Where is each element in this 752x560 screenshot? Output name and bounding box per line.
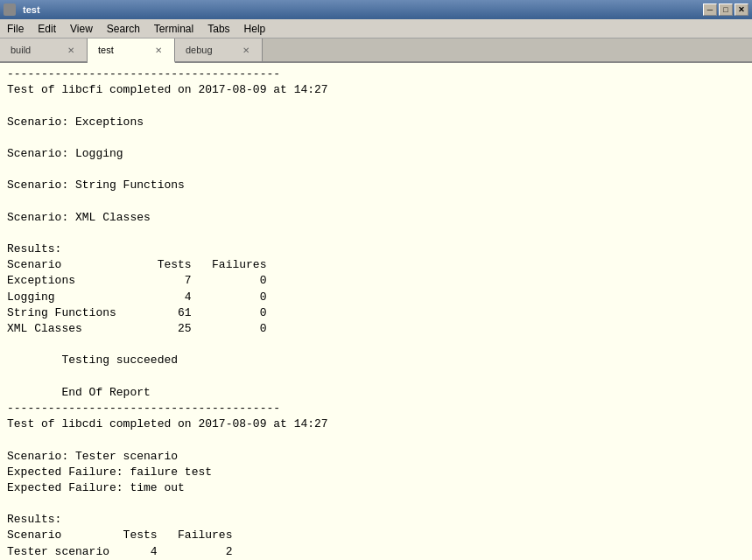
- minimize-button[interactable]: ─: [703, 4, 717, 16]
- tab-test[interactable]: test ✕: [88, 38, 175, 63]
- window-controls: ─ □ ✕: [703, 4, 748, 16]
- tab-build[interactable]: build ✕: [0, 38, 88, 61]
- terminal-output[interactable]: ----------------------------------------…: [0, 63, 752, 560]
- terminal-text: ----------------------------------------…: [7, 66, 745, 560]
- app-icon: [4, 4, 16, 16]
- menu-search[interactable]: Search: [100, 19, 147, 38]
- menu-help[interactable]: Help: [237, 19, 273, 38]
- close-button[interactable]: ✕: [734, 4, 748, 16]
- menu-terminal[interactable]: Terminal: [147, 19, 200, 38]
- window-title: test: [19, 4, 703, 15]
- title-bar: test ─ □ ✕: [0, 0, 752, 19]
- maximize-button[interactable]: □: [719, 4, 733, 16]
- tab-build-label: build: [11, 45, 31, 55]
- tab-bar: build ✕ test ✕ debug ✕: [0, 38, 752, 63]
- menu-view[interactable]: View: [63, 19, 100, 38]
- menu-bar: File Edit View Search Terminal Tabs Help: [0, 19, 752, 38]
- tab-debug-label: debug: [186, 45, 213, 55]
- tab-test-label: test: [98, 45, 114, 55]
- tab-debug-close[interactable]: ✕: [241, 46, 251, 55]
- tab-debug[interactable]: debug ✕: [175, 38, 263, 61]
- menu-edit[interactable]: Edit: [31, 19, 63, 38]
- tab-test-close[interactable]: ✕: [153, 46, 164, 55]
- menu-file[interactable]: File: [0, 19, 31, 38]
- menu-tabs[interactable]: Tabs: [200, 19, 236, 38]
- tab-build-close[interactable]: ✕: [66, 46, 76, 55]
